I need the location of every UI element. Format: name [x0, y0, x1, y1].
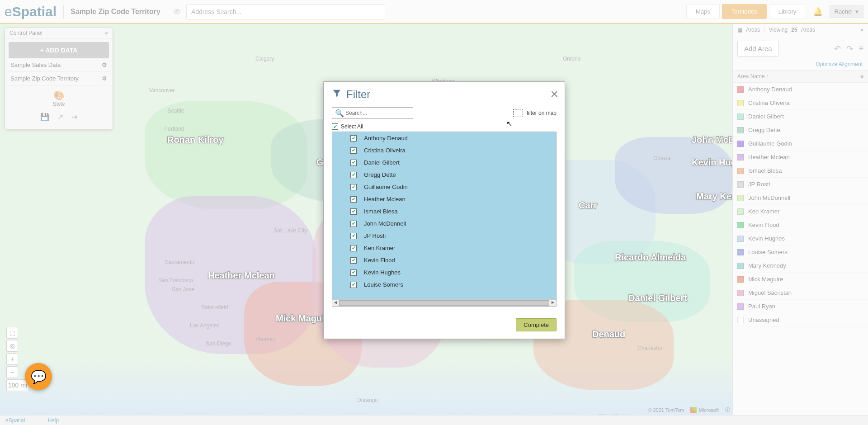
filter-item[interactable]: Gregg Dette	[332, 169, 556, 181]
redo-icon[interactable]: ↷	[846, 44, 853, 54]
gear-icon[interactable]: ⚙	[102, 75, 107, 82]
footer-help-link[interactable]: Help	[47, 417, 59, 424]
area-row[interactable]: Ismael Blesa	[733, 164, 868, 178]
horizontal-scrollbar[interactable]	[332, 299, 556, 306]
area-row[interactable]: Daniel Gilbert	[733, 110, 868, 123]
footer-brand-link[interactable]: eSpatial	[5, 417, 25, 424]
user-menu[interactable]: Rachel▾	[830, 5, 863, 18]
filter-list[interactable]: Anthony DenaudCristina OliveiraDaniel Gi…	[332, 132, 556, 299]
checkbox-icon[interactable]	[350, 172, 357, 178]
filter-item[interactable]: JP Rosti	[332, 230, 556, 242]
filter-item[interactable]: Cristina Oliveira	[332, 144, 556, 156]
zoom-in-button[interactable]: +	[6, 353, 18, 365]
checkbox-icon[interactable]	[350, 221, 357, 227]
select-all-toggle[interactable]: Select All	[332, 123, 557, 130]
filter-search-input[interactable]	[344, 109, 410, 118]
address-search-input[interactable]	[186, 4, 385, 19]
undo-icon[interactable]: ↶	[834, 44, 841, 54]
filter-item[interactable]: Heather Mclean	[332, 193, 556, 205]
area-row[interactable]: Kevin Flood	[733, 218, 868, 232]
locate-icon[interactable]: ◎	[6, 340, 18, 352]
area-row[interactable]: John McDonnell	[733, 191, 868, 205]
area-row[interactable]: Gregg Dette	[733, 123, 868, 137]
gear-icon[interactable]: ⚙	[102, 61, 107, 68]
area-row[interactable]: Ken Kramer	[733, 205, 868, 218]
layer-row[interactable]: Sample Sales Data⚙	[9, 58, 109, 72]
territory-label: Ricardo Almeida	[615, 252, 686, 263]
export-icon[interactable]: ⇥	[71, 113, 77, 121]
tab-maps[interactable]: Maps	[686, 4, 720, 19]
add-data-button[interactable]: + ADD DATA	[9, 42, 109, 58]
chat-button[interactable]: 💬	[25, 363, 52, 390]
area-name-label: Mary Kennedy	[748, 262, 786, 269]
filter-item[interactable]: Kevin Hughes	[332, 266, 556, 279]
filter-item-label: Guillaume Godin	[364, 184, 408, 190]
save-icon[interactable]: 💾	[40, 113, 49, 121]
layer-row[interactable]: Sample Zip Code Territory⚙	[9, 72, 109, 85]
area-list[interactable]: Anthony DenaudCristina OliveiraDaniel Gi…	[733, 83, 868, 415]
info-icon[interactable]: ⓘ	[725, 406, 730, 413]
filter-item[interactable]: Anthony Denaud	[332, 132, 556, 144]
area-name-label: John McDonnell	[748, 194, 790, 201]
area-row[interactable]: Cristina Oliveira	[733, 96, 868, 110]
column-menu-icon[interactable]: ≡	[860, 73, 863, 80]
sort-asc-icon[interactable]: ↑	[766, 73, 769, 80]
filter-item[interactable]: Louise Somers	[332, 279, 556, 291]
notifications-icon[interactable]: 🔔	[806, 7, 830, 17]
filter-on-map-button[interactable]: filter on map	[513, 109, 557, 117]
expand-icon[interactable]: »	[860, 27, 863, 33]
checkbox-icon[interactable]	[332, 123, 338, 130]
filter-item[interactable]: Kevin Flood	[332, 254, 556, 266]
area-row-unassigned[interactable]: Unassigned	[733, 313, 868, 327]
filter-item[interactable]: Ismael Blesa	[332, 205, 556, 217]
area-name-header[interactable]: Area Name	[737, 73, 765, 80]
checkbox-icon[interactable]	[350, 196, 357, 203]
area-row[interactable]: Mary Kennedy	[733, 259, 868, 273]
area-row[interactable]: Louise Somers	[733, 246, 868, 259]
add-area-button[interactable]: Add Area	[737, 41, 779, 57]
checkbox-icon[interactable]	[350, 135, 357, 142]
area-name-label: Unassigned	[748, 316, 779, 323]
filter-item-label: Ismael Blesa	[364, 208, 397, 215]
checkbox-icon[interactable]	[350, 282, 357, 288]
divider	[63, 5, 64, 19]
checkbox-icon[interactable]	[350, 245, 357, 251]
area-row[interactable]: Miguel Sacristan	[733, 286, 868, 300]
areas-label: Areas	[746, 27, 760, 33]
collapse-icon[interactable]: «	[105, 30, 108, 36]
address-pin-icon[interactable]: ⎚	[172, 6, 183, 17]
area-row[interactable]: JP Rosti	[733, 178, 868, 191]
checkbox-icon[interactable]	[350, 257, 357, 264]
close-icon[interactable]: ×	[550, 86, 558, 102]
checkbox-icon[interactable]	[350, 147, 357, 154]
area-row[interactable]: Heather Mclean	[733, 151, 868, 164]
tab-library[interactable]: Library	[769, 4, 806, 19]
filter-item[interactable]: Guillaume Godin	[332, 181, 556, 193]
area-row[interactable]: Mick Maguire	[733, 273, 868, 286]
selection-tool-icon[interactable]: ⬚	[6, 327, 18, 339]
checkbox-icon[interactable]	[350, 184, 357, 190]
chevron-down-icon: ▾	[855, 8, 859, 15]
checkbox-icon[interactable]	[350, 269, 357, 276]
filter-item-label: JP Rosti	[364, 232, 386, 239]
filter-item[interactable]: Ken Kramer	[332, 242, 556, 254]
filter-item[interactable]: Daniel Gilbert	[332, 156, 556, 169]
filter-item-label: Ken Kramer	[364, 245, 395, 251]
area-row[interactable]: Paul Ryan	[733, 300, 868, 313]
complete-button[interactable]: Complete	[516, 318, 557, 331]
territory-shape[interactable]	[615, 137, 732, 214]
checkbox-icon[interactable]	[350, 233, 357, 239]
style-icon[interactable]: 🎨	[9, 90, 109, 101]
control-panel: Control Panel « + ADD DATA Sample Sales …	[5, 28, 113, 130]
area-row[interactable]: Kevin Hughes	[733, 232, 868, 246]
area-row[interactable]: Anthony Denaud	[733, 83, 868, 96]
menu-icon[interactable]: ≡	[859, 44, 863, 54]
checkbox-icon[interactable]	[350, 160, 357, 166]
filter-item[interactable]: John McDonnell	[332, 217, 556, 230]
zoom-out-button[interactable]: −	[6, 366, 18, 378]
area-row[interactable]: Guillaume Godin	[733, 137, 868, 151]
share-icon[interactable]: ↗	[57, 113, 63, 121]
optimize-alignment-link[interactable]: Optimize Alignment	[733, 61, 868, 70]
checkbox-icon[interactable]	[350, 208, 357, 215]
tab-territories[interactable]: Territories	[722, 4, 767, 19]
